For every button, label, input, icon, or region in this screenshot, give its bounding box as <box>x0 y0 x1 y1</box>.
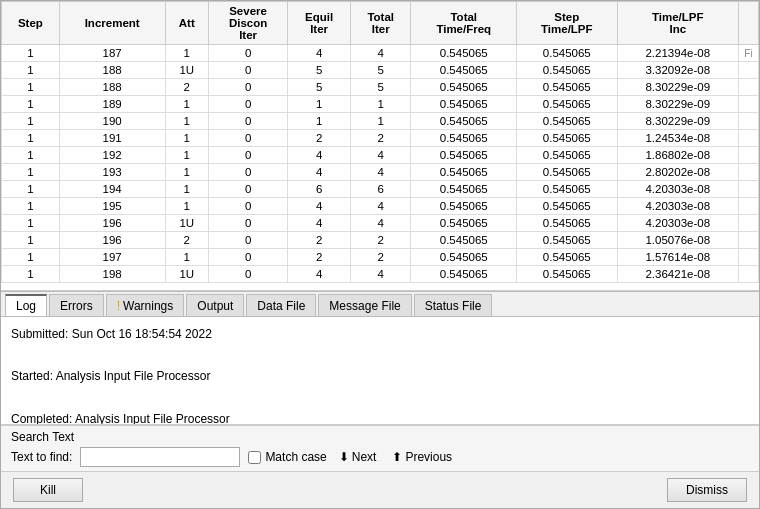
table-cell: 6 <box>288 181 351 198</box>
table-cell <box>739 79 759 96</box>
table-cell: 0 <box>208 249 287 266</box>
search-input[interactable] <box>80 447 240 467</box>
tab-data-file-label: Data File <box>257 299 305 313</box>
table-cell: 0 <box>208 181 287 198</box>
table-cell: 0 <box>208 164 287 181</box>
table-cell: 4 <box>351 215 411 232</box>
table-cell: 1 <box>2 62 60 79</box>
table-cell: 1 <box>2 215 60 232</box>
table-cell: 1.05076e-08 <box>617 232 738 249</box>
table-cell: 0 <box>208 232 287 249</box>
log-section: Submitted: Sun Oct 16 18:54:54 2022 Star… <box>1 317 759 471</box>
table-cell: 0.545065 <box>411 130 517 147</box>
next-icon: ⬇ <box>339 450 349 464</box>
table-cell: 4 <box>288 215 351 232</box>
table-cell <box>739 130 759 147</box>
previous-icon: ⬆ <box>392 450 402 464</box>
table-cell: 0.545065 <box>411 232 517 249</box>
table-row: 119710220.5450650.5450651.57614e-08 <box>2 249 759 266</box>
table-cell: 191 <box>59 130 165 147</box>
table-row: 118710440.5450650.5450652.21394e-08Fi <box>2 45 759 62</box>
next-button[interactable]: ⬇ Next <box>335 449 381 465</box>
table-cell: 1 <box>165 147 208 164</box>
tab-status-file[interactable]: Status File <box>414 294 493 316</box>
table-row: 119310440.5450650.5450652.80202e-08 <box>2 164 759 181</box>
table-cell: 4.20303e-08 <box>617 181 738 198</box>
table-cell: 2.21394e-08 <box>617 45 738 62</box>
tab-data-file[interactable]: Data File <box>246 294 316 316</box>
table-scroll[interactable]: Step Increment Att SevereDisconIter Equi… <box>1 1 759 290</box>
footer-bar: Kill Dismiss <box>1 471 759 508</box>
table-cell: 1 <box>2 198 60 215</box>
table-row: 119210440.5450650.5450651.86802e-08 <box>2 147 759 164</box>
table-cell: 4 <box>351 198 411 215</box>
tab-warnings[interactable]: ! Warnings <box>106 294 185 316</box>
table-row: 118820550.5450650.5450658.30229e-09 <box>2 79 759 96</box>
kill-button[interactable]: Kill <box>13 478 83 502</box>
table-cell: 1 <box>288 96 351 113</box>
table-row: 119010110.5450650.5450658.30229e-09 <box>2 113 759 130</box>
table-cell: 0.545065 <box>517 198 617 215</box>
next-label: Next <box>352 450 377 464</box>
col-severe-discon: SevereDisconIter <box>208 2 287 45</box>
col-step: Step <box>2 2 60 45</box>
tab-errors[interactable]: Errors <box>49 294 104 316</box>
table-cell: 1 <box>2 113 60 130</box>
table-cell: 0.545065 <box>411 164 517 181</box>
table-cell: 4 <box>288 266 351 283</box>
table-cell: 1 <box>2 45 60 62</box>
table-cell <box>739 164 759 181</box>
table-cell: Fi <box>739 45 759 62</box>
table-cell: 195 <box>59 198 165 215</box>
table-cell: 1U <box>165 266 208 283</box>
table-cell: 1 <box>165 181 208 198</box>
warning-icon: ! <box>117 299 120 313</box>
table-cell: 0.545065 <box>517 266 617 283</box>
table-cell: 0.545065 <box>411 79 517 96</box>
table-cell: 187 <box>59 45 165 62</box>
table-cell: 0.545065 <box>411 266 517 283</box>
table-row: 119620220.5450650.5450651.05076e-08 <box>2 232 759 249</box>
table-cell <box>739 147 759 164</box>
tab-status-file-label: Status File <box>425 299 482 313</box>
table-cell <box>739 232 759 249</box>
tab-log[interactable]: Log <box>5 294 47 316</box>
table-cell: 196 <box>59 232 165 249</box>
table-cell: 1 <box>165 164 208 181</box>
table-cell: 1 <box>351 96 411 113</box>
table-cell: 0.545065 <box>517 96 617 113</box>
table-cell: 0.545065 <box>411 113 517 130</box>
tab-output[interactable]: Output <box>186 294 244 316</box>
tab-log-label: Log <box>16 299 36 313</box>
table-cell: 0 <box>208 130 287 147</box>
table-cell: 0.545065 <box>411 181 517 198</box>
table-row: 119510440.5450650.5450654.20303e-08 <box>2 198 759 215</box>
table-cell: 0.545065 <box>411 147 517 164</box>
table-cell: 8.30229e-09 <box>617 113 738 130</box>
table-cell: 4 <box>351 45 411 62</box>
dismiss-button[interactable]: Dismiss <box>667 478 747 502</box>
tab-message-file[interactable]: Message File <box>318 294 411 316</box>
log-line: Completed: Analysis Input File Processor <box>11 410 749 425</box>
table-cell: 0 <box>208 62 287 79</box>
log-content[interactable]: Submitted: Sun Oct 16 18:54:54 2022 Star… <box>1 317 759 425</box>
table-cell: 194 <box>59 181 165 198</box>
tabs-bar: Log Errors ! Warnings Output Data File M… <box>1 291 759 317</box>
table-cell: 2 <box>351 130 411 147</box>
table-cell: 197 <box>59 249 165 266</box>
table-cell: 1 <box>165 130 208 147</box>
col-increment: Increment <box>59 2 165 45</box>
match-case-group: Match case <box>248 450 326 464</box>
table-cell: 2.36421e-08 <box>617 266 738 283</box>
tab-errors-label: Errors <box>60 299 93 313</box>
table-cell: 1 <box>2 232 60 249</box>
table-cell: 2 <box>288 232 351 249</box>
table-cell <box>739 198 759 215</box>
match-case-checkbox[interactable] <box>248 451 261 464</box>
table-cell: 1 <box>2 130 60 147</box>
search-bar: Search Text Text to find: Match case ⬇ N… <box>1 425 759 471</box>
search-text-label: Search Text <box>11 430 74 444</box>
table-cell: 1U <box>165 215 208 232</box>
table-cell: 0.545065 <box>517 215 617 232</box>
previous-button[interactable]: ⬆ Previous <box>388 449 456 465</box>
